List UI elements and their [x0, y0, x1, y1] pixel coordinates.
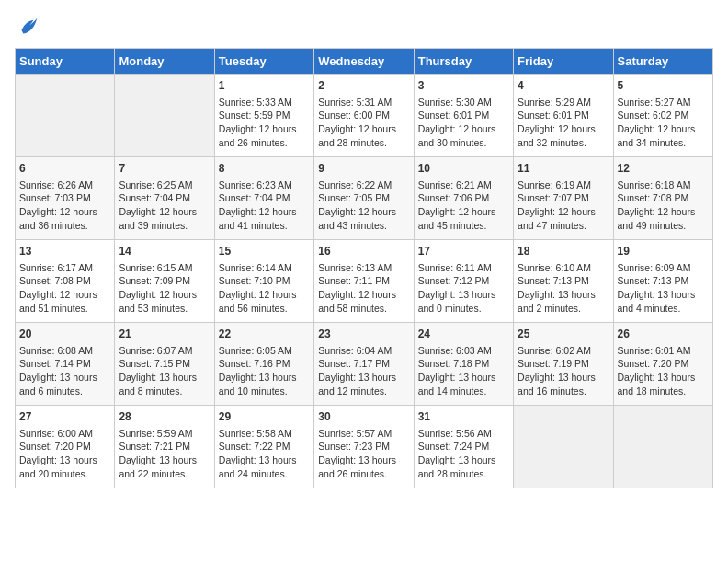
- day-number: 23: [318, 327, 409, 342]
- sunrise-text: Sunrise: 6:26 AM: [19, 178, 110, 192]
- sunrise-text: Sunrise: 6:18 AM: [618, 178, 709, 192]
- daylight-text: Daylight: 13 hours and 6 minutes.: [19, 371, 110, 397]
- daylight-text: Daylight: 13 hours and 22 minutes.: [119, 454, 210, 480]
- daylight-text: Daylight: 13 hours and 4 minutes.: [618, 288, 709, 315]
- daylight-text: Daylight: 12 hours and 47 minutes.: [518, 205, 609, 232]
- logo-bird-icon: [15, 15, 40, 40]
- calendar-body: 1Sunrise: 5:33 AMSunset: 5:59 PMDaylight…: [16, 75, 713, 488]
- sunrise-text: Sunrise: 5:56 AM: [418, 427, 509, 441]
- sunrise-text: Sunrise: 5:29 AM: [518, 96, 609, 109]
- daylight-text: Daylight: 12 hours and 53 minutes.: [119, 288, 210, 315]
- calendar-day-cell: 13Sunrise: 6:17 AMSunset: 7:08 PMDayligh…: [16, 240, 115, 323]
- day-number: 24: [418, 327, 509, 342]
- calendar-day-cell: 2Sunrise: 5:31 AMSunset: 6:00 PMDaylight…: [314, 75, 414, 157]
- calendar-day-cell: 29Sunrise: 5:58 AMSunset: 7:22 PMDayligh…: [214, 406, 313, 488]
- sunrise-text: Sunrise: 6:00 AM: [19, 427, 110, 441]
- sunrise-text: Sunrise: 6:07 AM: [119, 344, 210, 358]
- sunset-text: Sunset: 7:21 PM: [119, 440, 210, 454]
- calendar-day-cell: 12Sunrise: 6:18 AMSunset: 7:08 PMDayligh…: [613, 157, 712, 240]
- sunset-text: Sunset: 7:13 PM: [518, 274, 609, 288]
- sunset-text: Sunset: 7:20 PM: [19, 440, 110, 454]
- sunrise-text: Sunrise: 5:58 AM: [219, 427, 310, 441]
- sunset-text: Sunset: 7:03 PM: [19, 191, 110, 205]
- weekday-header-cell: Monday: [115, 49, 214, 75]
- day-number: 22: [219, 327, 310, 342]
- page-header: [15, 15, 713, 40]
- calendar-day-cell: 22Sunrise: 6:05 AMSunset: 7:16 PMDayligh…: [214, 323, 313, 406]
- calendar-day-cell: 9Sunrise: 6:22 AMSunset: 7:05 PMDaylight…: [314, 157, 414, 240]
- weekday-header-cell: Sunday: [16, 49, 115, 75]
- sunrise-text: Sunrise: 6:02 AM: [518, 344, 609, 358]
- daylight-text: Daylight: 13 hours and 14 minutes.: [418, 371, 509, 397]
- calendar-day-cell: 25Sunrise: 6:02 AMSunset: 7:19 PMDayligh…: [514, 323, 613, 406]
- daylight-text: Daylight: 12 hours and 34 minutes.: [618, 122, 709, 149]
- calendar-day-cell: 20Sunrise: 6:08 AMSunset: 7:14 PMDayligh…: [16, 323, 115, 406]
- sunset-text: Sunset: 7:04 PM: [119, 191, 210, 205]
- sunrise-text: Sunrise: 5:30 AM: [418, 96, 509, 109]
- day-number: 1: [219, 78, 310, 94]
- calendar-day-cell: [115, 75, 214, 157]
- calendar-day-cell: 28Sunrise: 5:59 AMSunset: 7:21 PMDayligh…: [115, 406, 214, 488]
- sunset-text: Sunset: 7:24 PM: [418, 440, 509, 454]
- day-number: 27: [19, 409, 110, 425]
- sunset-text: Sunset: 6:01 PM: [418, 109, 509, 122]
- calendar-day-cell: [16, 75, 115, 157]
- daylight-text: Daylight: 13 hours and 0 minutes.: [418, 288, 509, 315]
- sunrise-text: Sunrise: 6:05 AM: [219, 344, 310, 358]
- sunrise-text: Sunrise: 5:57 AM: [318, 427, 409, 441]
- logo: [15, 15, 44, 40]
- sunrise-text: Sunrise: 6:10 AM: [518, 261, 609, 275]
- sunrise-text: Sunrise: 6:15 AM: [119, 261, 210, 275]
- sunset-text: Sunset: 5:59 PM: [219, 109, 310, 122]
- calendar-day-cell: 17Sunrise: 6:11 AMSunset: 7:12 PMDayligh…: [414, 240, 513, 323]
- sunset-text: Sunset: 7:16 PM: [219, 357, 310, 371]
- calendar-day-cell: 7Sunrise: 6:25 AMSunset: 7:04 PMDaylight…: [115, 157, 214, 240]
- day-number: 19: [618, 244, 709, 259]
- calendar-day-cell: 18Sunrise: 6:10 AMSunset: 7:13 PMDayligh…: [514, 240, 613, 323]
- daylight-text: Daylight: 13 hours and 24 minutes.: [219, 454, 310, 480]
- day-number: 6: [19, 161, 110, 177]
- day-number: 31: [418, 409, 509, 425]
- sunset-text: Sunset: 7:05 PM: [318, 191, 409, 205]
- calendar-day-cell: 11Sunrise: 6:19 AMSunset: 7:07 PMDayligh…: [514, 157, 613, 240]
- day-number: 26: [618, 327, 709, 342]
- daylight-text: Daylight: 12 hours and 51 minutes.: [19, 288, 110, 315]
- daylight-text: Daylight: 13 hours and 20 minutes.: [19, 454, 110, 480]
- daylight-text: Daylight: 13 hours and 8 minutes.: [119, 371, 210, 397]
- calendar-day-cell: 16Sunrise: 6:13 AMSunset: 7:11 PMDayligh…: [314, 240, 414, 323]
- day-number: 25: [518, 327, 609, 342]
- daylight-text: Daylight: 12 hours and 30 minutes.: [418, 122, 509, 149]
- sunset-text: Sunset: 7:10 PM: [219, 274, 310, 288]
- day-number: 10: [418, 161, 509, 177]
- calendar-week-row: 20Sunrise: 6:08 AMSunset: 7:14 PMDayligh…: [16, 323, 713, 406]
- calendar-day-cell: [514, 406, 613, 488]
- sunset-text: Sunset: 7:18 PM: [418, 357, 509, 371]
- sunrise-text: Sunrise: 6:14 AM: [219, 261, 310, 275]
- sunset-text: Sunset: 7:09 PM: [119, 274, 210, 288]
- sunrise-text: Sunrise: 6:23 AM: [219, 178, 310, 192]
- sunset-text: Sunset: 7:08 PM: [618, 191, 709, 205]
- calendar-day-cell: 23Sunrise: 6:04 AMSunset: 7:17 PMDayligh…: [314, 323, 414, 406]
- calendar-day-cell: 4Sunrise: 5:29 AMSunset: 6:01 PMDaylight…: [514, 75, 613, 157]
- sunset-text: Sunset: 7:04 PM: [219, 191, 310, 205]
- sunrise-text: Sunrise: 5:59 AM: [119, 427, 210, 441]
- daylight-text: Daylight: 13 hours and 28 minutes.: [418, 454, 509, 480]
- daylight-text: Daylight: 13 hours and 26 minutes.: [318, 454, 409, 480]
- calendar-day-cell: 1Sunrise: 5:33 AMSunset: 5:59 PMDaylight…: [214, 75, 313, 157]
- sunrise-text: Sunrise: 6:09 AM: [618, 261, 709, 275]
- day-number: 14: [119, 244, 210, 259]
- calendar-table: SundayMondayTuesdayWednesdayThursdayFrid…: [15, 48, 713, 488]
- daylight-text: Daylight: 12 hours and 28 minutes.: [318, 122, 409, 149]
- weekday-header-cell: Tuesday: [214, 49, 313, 75]
- weekday-header-row: SundayMondayTuesdayWednesdayThursdayFrid…: [16, 49, 713, 75]
- calendar-day-cell: 21Sunrise: 6:07 AMSunset: 7:15 PMDayligh…: [115, 323, 214, 406]
- day-number: 13: [19, 244, 110, 259]
- day-number: 3: [418, 78, 509, 94]
- sunrise-text: Sunrise: 6:08 AM: [19, 344, 110, 358]
- calendar-day-cell: 31Sunrise: 5:56 AMSunset: 7:24 PMDayligh…: [414, 406, 513, 488]
- sunset-text: Sunset: 7:22 PM: [219, 440, 310, 454]
- calendar-week-row: 1Sunrise: 5:33 AMSunset: 5:59 PMDaylight…: [16, 75, 713, 157]
- daylight-text: Daylight: 12 hours and 58 minutes.: [318, 288, 409, 315]
- sunset-text: Sunset: 7:12 PM: [418, 274, 509, 288]
- sunset-text: Sunset: 7:11 PM: [318, 274, 409, 288]
